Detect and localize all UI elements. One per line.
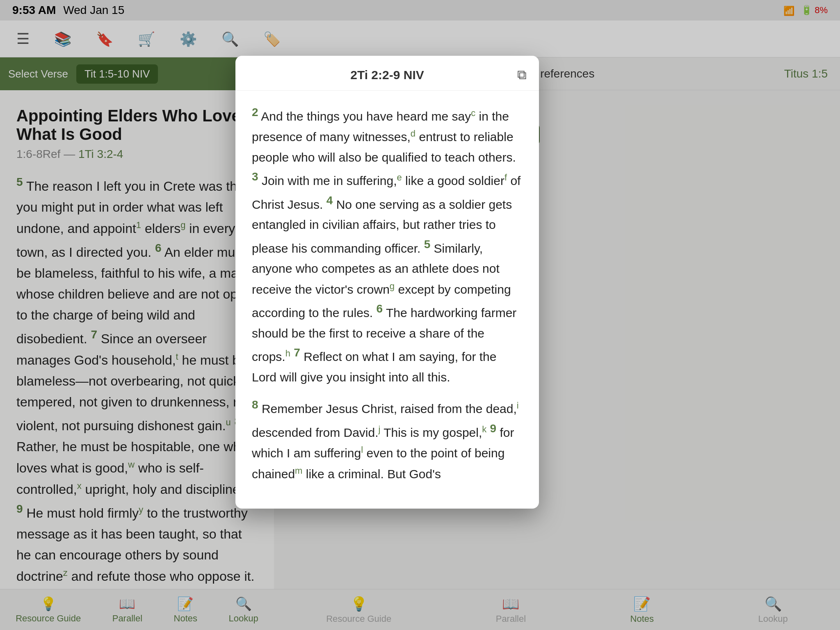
popup-close-button[interactable]: ⧉ xyxy=(517,67,527,82)
popup-overlay[interactable]: 2Ti 2:2-9 NIV ⧉ 2 And the things you hav… xyxy=(0,0,840,630)
popup-verse-2: 2 And the things you have heard me sayc … xyxy=(252,103,523,388)
popup-title: 2Ti 2:2-9 NIV xyxy=(350,68,424,82)
popup-verse-8: 8 Remember Jesus Christ, raised from the… xyxy=(252,395,523,484)
popup-panel: 2Ti 2:2-9 NIV ⧉ 2 And the things you hav… xyxy=(235,56,539,509)
popup-header: 2Ti 2:2-9 NIV ⧉ xyxy=(235,56,539,91)
popup-body: 2 And the things you have heard me sayc … xyxy=(235,91,539,509)
